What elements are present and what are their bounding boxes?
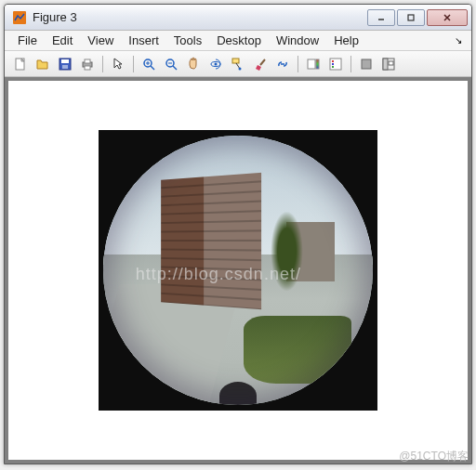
svg-point-15 <box>215 62 218 65</box>
toolbar-separator <box>133 56 134 72</box>
pointer-button[interactable] <box>108 54 128 74</box>
window-title: Figure 3 <box>33 10 367 24</box>
axes-panel[interactable]: http://blog.csdn.net/ <box>8 81 468 460</box>
svg-rect-19 <box>308 59 315 69</box>
fisheye-circle: http://blog.csdn.net/ <box>103 136 373 405</box>
svg-rect-9 <box>85 66 90 70</box>
toolbar-separator <box>350 56 351 72</box>
menu-file[interactable]: File <box>10 32 45 49</box>
menu-help[interactable]: Help <box>326 32 366 49</box>
svg-rect-6 <box>62 65 68 69</box>
new-figure-button[interactable] <box>10 54 31 74</box>
svg-rect-25 <box>362 59 371 69</box>
svg-line-18 <box>260 59 265 65</box>
link-button[interactable] <box>272 54 293 74</box>
colorbar-button[interactable] <box>303 54 324 74</box>
figure-window: Figure 3 File Edit View Insert Tools Des… <box>4 4 472 464</box>
svg-rect-21 <box>330 59 341 70</box>
hide-tools-button[interactable] <box>356 54 377 74</box>
dock-button[interactable] <box>378 54 399 74</box>
toolbar <box>5 51 471 77</box>
toolbar-separator <box>102 56 103 72</box>
svg-rect-2 <box>408 15 414 20</box>
svg-rect-5 <box>61 59 69 63</box>
menu-tools[interactable]: Tools <box>166 32 209 49</box>
svg-rect-16 <box>232 59 239 63</box>
rotate3d-button[interactable] <box>205 54 226 74</box>
app-icon <box>12 10 27 25</box>
save-button[interactable] <box>55 54 75 74</box>
menu-insert[interactable]: Insert <box>121 32 166 49</box>
legend-button[interactable] <box>325 54 346 74</box>
svg-rect-27 <box>383 59 388 70</box>
open-button[interactable] <box>33 54 53 74</box>
brush-button[interactable] <box>250 54 271 74</box>
menu-view[interactable]: View <box>80 32 121 49</box>
svg-rect-8 <box>85 59 90 63</box>
menu-desktop[interactable]: Desktop <box>209 32 269 49</box>
datacursor-button[interactable] <box>228 54 248 74</box>
window-controls <box>367 9 468 26</box>
toolbar-separator <box>298 56 298 72</box>
svg-line-13 <box>173 66 177 70</box>
menu-window[interactable]: Window <box>269 32 326 49</box>
maximize-button[interactable] <box>397 9 425 26</box>
zoom-out-button[interactable] <box>161 54 181 74</box>
svg-rect-28 <box>389 61 393 65</box>
zoom-in-button[interactable] <box>139 54 159 74</box>
menu-chevron-icon[interactable]: ↘ <box>455 35 466 46</box>
menu-edit[interactable]: Edit <box>45 32 80 49</box>
close-button[interactable] <box>427 9 468 26</box>
menubar: File Edit View Insert Tools Desktop Wind… <box>5 31 471 51</box>
titlebar[interactable]: Figure 3 <box>5 5 471 31</box>
svg-line-11 <box>151 66 154 70</box>
svg-point-17 <box>239 67 242 70</box>
canvas-area: http://blog.csdn.net/ <box>5 77 471 463</box>
print-button[interactable] <box>77 54 98 74</box>
pan-button[interactable] <box>183 54 204 74</box>
corner-watermark: @51CTO博客 <box>399 449 469 464</box>
displayed-image: http://blog.csdn.net/ <box>99 130 377 411</box>
svg-rect-20 <box>316 59 319 69</box>
watermark-text: http://blog.csdn.net/ <box>136 265 301 284</box>
minimize-button[interactable] <box>367 9 395 26</box>
